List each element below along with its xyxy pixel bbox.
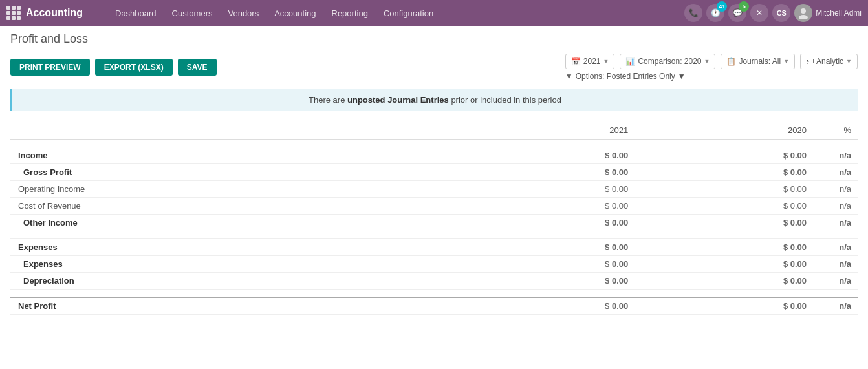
row-2020: $ 0.00	[635, 164, 813, 181]
chat-icon[interactable]: 💬 5	[728, 4, 746, 22]
svg-point-1	[799, 15, 808, 19]
journals-value: Journals: All	[739, 57, 781, 66]
row-label: Income	[10, 147, 456, 164]
row-2020: $ 0.00	[635, 198, 813, 215]
page-body: Profit and Loss PRINT PREVIEW EXPORT (XL…	[0, 26, 868, 321]
svg-point-0	[801, 8, 806, 14]
row-label: Net Profit	[10, 297, 456, 315]
row-2020: $ 0.00	[635, 239, 813, 256]
row-pct: n/a	[813, 147, 858, 164]
options-value: Options: Posted Entries Only	[576, 72, 675, 81]
row-label: Expenses	[10, 239, 456, 256]
year-value: 2021	[583, 57, 601, 66]
table-spacer-row	[10, 290, 858, 297]
comparison-filter[interactable]: 📊 Comparison: 2020 ▼	[620, 54, 715, 69]
alert-suffix: prior or included in this period	[449, 95, 561, 105]
row-pct: n/a	[813, 239, 858, 256]
col-2020-header: 2020	[635, 121, 813, 140]
toolbar-filters: 📅 2021 ▼ 📊 Comparison: 2020 ▼ 📋 Journals…	[565, 54, 858, 81]
table-row: Operating Income$ 0.00$ 0.00n/a	[10, 181, 858, 198]
page-title: Profit and Loss	[10, 32, 858, 46]
row-label: Expenses	[10, 256, 456, 273]
calendar-icon: 📅	[571, 57, 581, 66]
row-2021: $ 0.00	[456, 239, 635, 256]
user-name: Mitchell Admi	[816, 8, 862, 17]
row-2021: $ 0.00	[456, 198, 635, 215]
user-initials[interactable]: CS	[772, 4, 790, 22]
report-table: 2021 2020 % Income$ 0.00$ 0.00n/aGross P…	[10, 121, 858, 315]
print-preview-button[interactable]: PRINT PREVIEW	[10, 59, 90, 76]
table-row: Other Income$ 0.00$ 0.00n/a	[10, 215, 858, 231]
table-spacer-row	[10, 231, 858, 239]
row-label: Operating Income	[10, 181, 456, 198]
row-2021: $ 0.00	[456, 273, 635, 290]
journals-filter[interactable]: 📋 Journals: All ▼	[721, 54, 795, 69]
row-2020: $ 0.00	[635, 147, 813, 164]
row-2020: $ 0.00	[635, 297, 813, 315]
avatar	[794, 4, 812, 22]
row-pct: n/a	[813, 215, 858, 231]
chevron-down-icon3: ▼	[783, 58, 789, 65]
table-row: Expenses$ 0.00$ 0.00n/a	[10, 239, 858, 256]
alert-banner: There are unposted Journal Entries prior…	[10, 89, 858, 111]
alert-bold: unposted Journal Entries	[347, 95, 449, 105]
grid-icon	[6, 6, 21, 20]
options-filter[interactable]: Options: Posted Entries Only ▼	[576, 72, 686, 81]
row-pct: n/a	[813, 181, 858, 198]
phone-icon[interactable]: 📞	[684, 4, 702, 22]
journal-icon: 📋	[726, 57, 736, 66]
nav-dashboard[interactable]: Dashboard	[109, 6, 163, 21]
alert-prefix: There are	[309, 95, 347, 105]
chat-badge: 5	[739, 1, 749, 12]
comparison-value: Comparison: 2020	[638, 57, 701, 66]
nav-reporting[interactable]: Reporting	[325, 6, 374, 21]
table-row: Depreciation$ 0.00$ 0.00n/a	[10, 273, 858, 290]
year-filter[interactable]: 📅 2021 ▼	[565, 54, 615, 69]
table-header-row: 2021 2020 %	[10, 121, 858, 140]
analytic-value: Analytic	[816, 57, 843, 66]
export-xlsx-button[interactable]: EXPORT (XLSX)	[95, 59, 173, 76]
tag-icon: 🏷	[806, 57, 814, 66]
app-logo[interactable]: Accounting	[6, 6, 96, 20]
table-row: Cost of Revenue$ 0.00$ 0.00n/a	[10, 198, 858, 215]
table-row: Expenses$ 0.00$ 0.00n/a	[10, 256, 858, 273]
clock-icon[interactable]: 🕐 41	[706, 4, 724, 22]
main-menu: Dashboard Customers Vendors Accounting R…	[109, 6, 684, 21]
row-2021: $ 0.00	[456, 256, 635, 273]
row-2020: $ 0.00	[635, 256, 813, 273]
clock-badge: 41	[717, 1, 727, 12]
toolbar: PRINT PREVIEW EXPORT (XLSX) SAVE 📅 2021 …	[10, 54, 858, 81]
row-pct: n/a	[813, 297, 858, 315]
row-2021: $ 0.00	[456, 164, 635, 181]
row-pct: n/a	[813, 164, 858, 181]
topnav: Accounting Dashboard Customers Vendors A…	[0, 0, 868, 26]
filter-icon: ▼	[565, 72, 573, 81]
col-pct-header: %	[813, 121, 858, 140]
row-pct: n/a	[813, 273, 858, 290]
row-label: Cost of Revenue	[10, 198, 456, 215]
chevron-down-icon4: ▼	[846, 58, 852, 65]
row-2020: $ 0.00	[635, 215, 813, 231]
topnav-right: 📞 🕐 41 💬 5 ✕ CS Mitchell Admi	[684, 4, 862, 22]
chevron-down-icon2: ▼	[704, 58, 710, 65]
analytic-filter[interactable]: 🏷 Analytic ▼	[800, 54, 858, 69]
nav-vendors[interactable]: Vendors	[221, 6, 265, 21]
row-2021: $ 0.00	[456, 181, 635, 198]
row-label: Other Income	[10, 215, 456, 231]
col-label-header	[10, 121, 456, 140]
row-label: Depreciation	[10, 273, 456, 290]
close-icon[interactable]: ✕	[750, 4, 768, 22]
app-title: Accounting	[26, 7, 83, 19]
row-2021: $ 0.00	[456, 147, 635, 164]
nav-accounting[interactable]: Accounting	[268, 6, 322, 21]
nav-customers[interactable]: Customers	[166, 6, 219, 21]
table-net-row: Net Profit$ 0.00$ 0.00n/a	[10, 297, 858, 315]
row-2020: $ 0.00	[635, 273, 813, 290]
nav-configuration[interactable]: Configuration	[377, 6, 440, 21]
save-button[interactable]: SAVE	[178, 59, 217, 76]
table-row: Gross Profit$ 0.00$ 0.00n/a	[10, 164, 858, 181]
row-pct: n/a	[813, 256, 858, 273]
row-2021: $ 0.00	[456, 297, 635, 315]
avatar-icon	[797, 6, 810, 19]
user-menu[interactable]: Mitchell Admi	[794, 4, 862, 22]
